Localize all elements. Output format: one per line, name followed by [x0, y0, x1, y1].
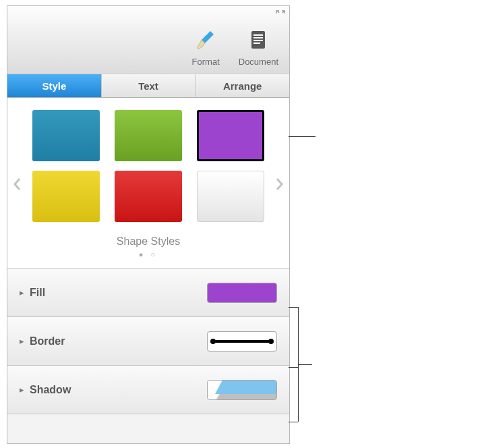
border-style-well[interactable] — [207, 331, 277, 352]
style-swatch-red[interactable] — [115, 171, 182, 222]
tab-style[interactable]: Style — [7, 74, 102, 97]
svg-rect-1 — [253, 34, 263, 36]
shadow-sample-shape — [215, 380, 277, 394]
document-icon — [249, 28, 268, 54]
fill-label: Fill — [30, 287, 207, 299]
style-swatch-green[interactable] — [115, 110, 182, 161]
svg-rect-2 — [253, 37, 263, 38]
shadow-row: ▸ Shadow — [7, 366, 289, 414]
gallery-next-button[interactable] — [274, 177, 284, 195]
style-swatch-white[interactable] — [197, 171, 264, 222]
format-label: Format — [192, 57, 220, 67]
swatch-row-2 — [11, 171, 285, 222]
callout-line — [299, 364, 312, 365]
swatch-row-1 — [11, 110, 285, 161]
disclosure-triangle-icon[interactable]: ▸ — [20, 385, 24, 395]
document-button[interactable]: Document — [239, 28, 278, 67]
gallery-title: Shape Styles — [11, 231, 285, 248]
inspector-panel: Format Document Style Text Arrange — [7, 5, 290, 444]
callout-line — [289, 307, 298, 308]
svg-rect-3 — [253, 40, 263, 41]
gallery-prev-button[interactable] — [13, 177, 22, 195]
enter-fullscreen-icon[interactable] — [276, 10, 285, 22]
style-swatch-teal[interactable] — [32, 110, 100, 161]
border-sample-line — [213, 340, 271, 343]
tab-text[interactable]: Text — [102, 74, 196, 97]
svg-rect-4 — [253, 43, 260, 44]
border-row: ▸ Border — [7, 317, 289, 366]
callout-line — [289, 422, 298, 422]
format-button[interactable]: Format — [192, 28, 220, 67]
callout-line — [289, 136, 316, 137]
callout-line — [289, 367, 298, 368]
document-label: Document — [239, 57, 278, 67]
inspector-tabs: Style Text Arrange — [7, 74, 289, 98]
shape-styles-gallery: Shape Styles ● ○ — [7, 98, 289, 269]
style-swatch-purple-selected[interactable] — [197, 110, 264, 161]
style-swatch-yellow[interactable] — [32, 171, 100, 222]
border-label: Border — [30, 335, 207, 347]
paintbrush-icon — [194, 28, 217, 54]
shadow-label: Shadow — [30, 384, 207, 396]
toolbar: Format Document — [7, 6, 289, 74]
swatch-shadow — [202, 154, 265, 166]
fill-color-well[interactable] — [207, 283, 277, 303]
shadow-style-well[interactable] — [207, 380, 277, 400]
tab-arrange[interactable]: Arrange — [196, 74, 289, 97]
fill-row: ▸ Fill — [7, 269, 289, 317]
disclosure-triangle-icon[interactable]: ▸ — [20, 287, 24, 298]
disclosure-triangle-icon[interactable]: ▸ — [20, 336, 24, 346]
page-dots[interactable]: ● ○ — [11, 248, 285, 265]
